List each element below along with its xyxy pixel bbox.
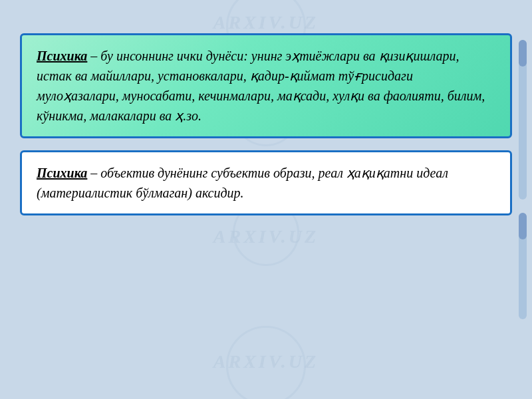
scroll-thumb-1[interactable]	[519, 40, 527, 66]
scrollbar-2[interactable]	[519, 213, 527, 319]
watermark-mid2: ARXIV.UZ	[213, 226, 319, 247]
card-psychika-1: Психика – бу инсоннинг ички дунёси: унин…	[20, 33, 512, 138]
content-area: Психика – бу инсоннинг ички дунёси: унин…	[20, 33, 512, 215]
watermark-top: ARXIV.UZ	[213, 12, 319, 33]
card1-text: Психика – бу инсоннинг ички дунёси: унин…	[37, 49, 485, 123]
card-psychika-2: Психика – объектив дунёнинг субъектив об…	[20, 150, 512, 215]
card1-body: – бу инсоннинг ички дунёси: унинг эҳтиёж…	[37, 49, 485, 123]
circle-watermark-bottom	[226, 326, 306, 399]
scrollbar-1[interactable]	[519, 40, 527, 200]
card2-text: Психика – объектив дунёнинг субъектив об…	[37, 166, 448, 200]
card1-keyword: Психика	[37, 49, 87, 63]
watermark-bottom: ARXIV.UZ	[213, 351, 319, 372]
card2-keyword: Психика	[37, 166, 87, 180]
card2-body: – объектив дунёнинг субъектив образи, ре…	[37, 166, 448, 200]
scroll-thumb-2[interactable]	[519, 213, 527, 239]
